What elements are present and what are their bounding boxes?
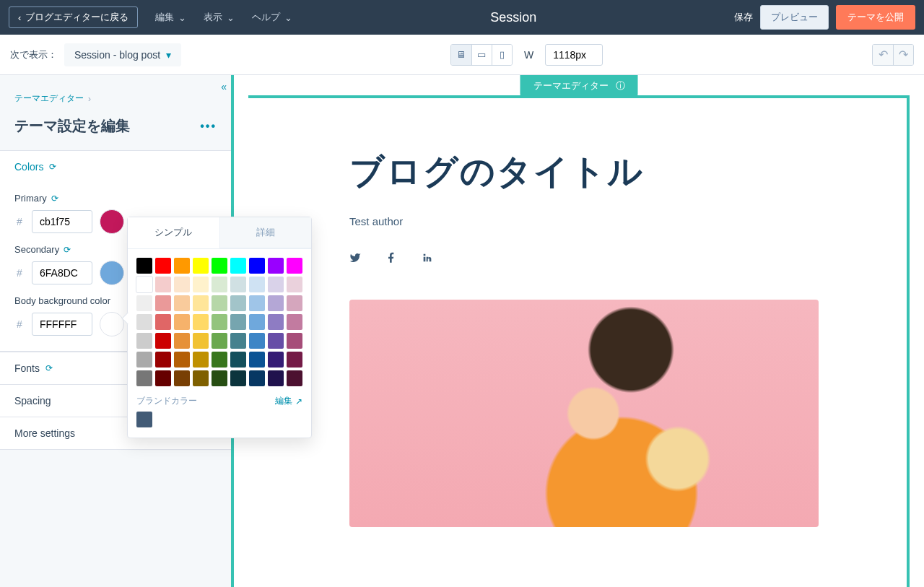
undo-redo-group: ↶ ↷ xyxy=(872,44,914,66)
color-swatch[interactable] xyxy=(249,277,265,292)
color-swatch[interactable] xyxy=(249,352,265,368)
hash-prefix: # xyxy=(14,267,25,279)
color-swatch[interactable] xyxy=(287,370,302,386)
color-swatch[interactable] xyxy=(136,352,152,368)
show-on-select[interactable]: Session - blog post ▾ xyxy=(64,43,181,66)
width-input[interactable] xyxy=(545,44,603,66)
color-swatch[interactable] xyxy=(193,314,209,330)
color-swatch[interactable] xyxy=(212,352,227,368)
color-swatch[interactable] xyxy=(212,370,227,386)
menu-edit[interactable]: 編集 ⌄ xyxy=(155,11,186,24)
color-swatch[interactable] xyxy=(268,370,284,386)
more-horizontal-icon: ••• xyxy=(200,120,217,132)
device-tablet[interactable]: ▭ xyxy=(471,45,492,65)
color-swatch[interactable] xyxy=(249,370,265,386)
twitter-icon[interactable] xyxy=(349,252,361,264)
color-swatch[interactable] xyxy=(174,370,190,386)
color-swatch[interactable] xyxy=(268,352,284,368)
color-swatch[interactable] xyxy=(287,258,302,274)
color-swatch[interactable] xyxy=(287,277,302,292)
secondary-hex-input[interactable] xyxy=(32,261,92,284)
color-swatch[interactable] xyxy=(136,295,152,311)
menu-help[interactable]: ヘルプ ⌄ xyxy=(252,11,292,24)
color-swatch[interactable] xyxy=(193,277,209,292)
tab-detail[interactable]: 詳細 xyxy=(219,217,312,248)
color-swatch[interactable] xyxy=(268,333,284,349)
color-swatch[interactable] xyxy=(230,370,246,386)
publish-button[interactable]: テーマを公開 xyxy=(836,5,915,30)
color-swatch[interactable] xyxy=(136,258,152,274)
color-swatch[interactable] xyxy=(193,370,209,386)
color-swatch[interactable] xyxy=(268,258,284,274)
color-swatch[interactable] xyxy=(230,258,246,274)
color-swatch[interactable] xyxy=(268,295,284,311)
undo-button[interactable]: ↶ xyxy=(873,45,893,65)
device-desktop[interactable]: 🖥 xyxy=(451,45,471,65)
color-swatch[interactable] xyxy=(287,295,302,311)
color-swatch[interactable] xyxy=(174,333,190,349)
secondary-swatch[interactable] xyxy=(100,261,124,285)
color-swatch[interactable] xyxy=(212,277,227,292)
redo-button[interactable]: ↷ xyxy=(893,45,913,65)
color-swatch[interactable] xyxy=(174,258,190,274)
brand-colors-label: ブランドカラー xyxy=(136,395,197,407)
body-bg-hex-input[interactable] xyxy=(32,313,92,336)
brand-edit-link[interactable]: 編集 ↗ xyxy=(275,395,302,407)
color-swatch[interactable] xyxy=(212,295,227,311)
color-swatch[interactable] xyxy=(174,314,190,330)
color-swatch[interactable] xyxy=(268,277,284,292)
color-swatch[interactable] xyxy=(155,333,171,349)
facebook-icon[interactable] xyxy=(385,252,397,264)
color-swatch[interactable] xyxy=(155,314,171,330)
color-swatch[interactable] xyxy=(155,258,171,274)
color-swatch[interactable] xyxy=(230,277,246,292)
linkedin-icon[interactable] xyxy=(422,252,433,264)
color-swatch[interactable] xyxy=(174,352,190,368)
color-swatch[interactable] xyxy=(287,352,302,368)
color-swatch[interactable] xyxy=(193,352,209,368)
primary-swatch[interactable] xyxy=(100,209,124,234)
brand-swatch[interactable] xyxy=(136,412,152,427)
color-swatch[interactable] xyxy=(287,333,302,349)
device-mobile[interactable]: ▯ xyxy=(492,45,512,65)
color-swatch[interactable] xyxy=(136,370,152,386)
color-swatch[interactable] xyxy=(212,333,227,349)
preview-button[interactable]: プレビュー xyxy=(760,5,829,30)
color-swatch[interactable] xyxy=(174,295,190,311)
color-swatch[interactable] xyxy=(249,333,265,349)
back-button[interactable]: ‹ ブログエディターに戻る xyxy=(9,6,138,28)
color-swatch[interactable] xyxy=(136,333,152,349)
color-swatch[interactable] xyxy=(174,277,190,292)
color-swatch[interactable] xyxy=(136,314,152,330)
more-actions[interactable]: ••• xyxy=(200,120,217,133)
color-swatch[interactable] xyxy=(230,314,246,330)
collapse-sidebar[interactable]: « xyxy=(221,81,227,92)
color-swatch[interactable] xyxy=(230,333,246,349)
topbar: ‹ ブログエディターに戻る 編集 ⌄ 表示 ⌄ ヘルプ ⌄ Session 保存… xyxy=(0,0,924,35)
tab-simple[interactable]: シンプル xyxy=(128,217,219,248)
color-swatch[interactable] xyxy=(212,258,227,274)
body-bg-swatch[interactable] xyxy=(100,312,124,336)
color-swatch[interactable] xyxy=(230,295,246,311)
primary-hex-input[interactable] xyxy=(32,210,92,233)
color-swatch[interactable] xyxy=(193,295,209,311)
color-swatch[interactable] xyxy=(136,277,152,292)
color-swatch[interactable] xyxy=(155,352,171,368)
color-swatch[interactable] xyxy=(287,314,302,330)
color-swatch[interactable] xyxy=(212,314,227,330)
color-swatch[interactable] xyxy=(193,333,209,349)
breadcrumb-link[interactable]: テーマエディター xyxy=(14,92,84,105)
color-swatch[interactable] xyxy=(249,295,265,311)
color-swatch[interactable] xyxy=(230,352,246,368)
color-swatch[interactable] xyxy=(249,314,265,330)
color-swatch[interactable] xyxy=(193,258,209,274)
color-swatch[interactable] xyxy=(155,370,171,386)
color-swatch[interactable] xyxy=(155,295,171,311)
menu-view-label: 表示 xyxy=(204,11,222,24)
menu-view[interactable]: 表示 ⌄ xyxy=(204,11,235,24)
section-colors-header[interactable]: Colors ⟳ xyxy=(0,151,231,183)
color-swatch[interactable] xyxy=(268,314,284,330)
color-swatch[interactable] xyxy=(155,277,171,292)
save-link[interactable]: 保存 xyxy=(734,11,753,24)
color-swatch[interactable] xyxy=(249,258,265,274)
